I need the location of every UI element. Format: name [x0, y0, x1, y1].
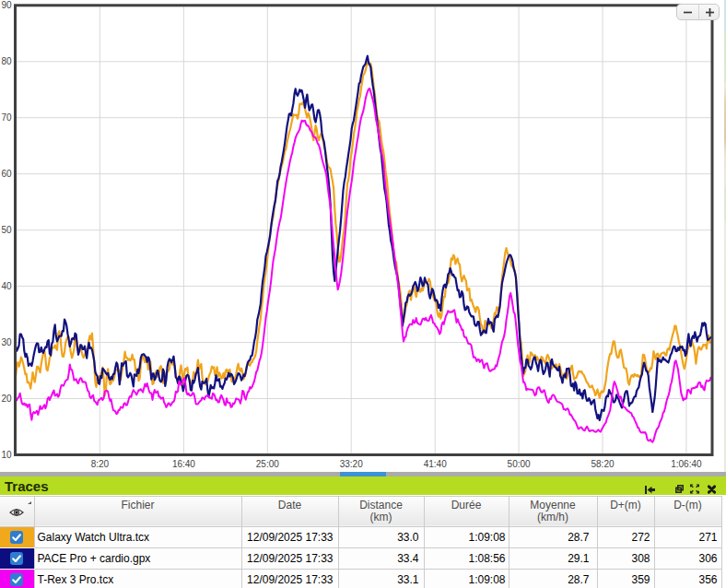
svg-text:90: 90 — [2, 0, 13, 10]
svg-text:70: 70 — [2, 112, 13, 123]
svg-text:16:40: 16:40 — [172, 459, 195, 469]
svg-text:20: 20 — [2, 394, 13, 404]
svg-text:50:00: 50:00 — [508, 459, 531, 469]
svg-text:50: 50 — [2, 225, 13, 235]
svg-text:1:06:40: 1:06:40 — [671, 459, 702, 469]
svg-text:25:00: 25:00 — [256, 459, 279, 469]
svg-text:30: 30 — [2, 337, 13, 347]
svg-text:41:40: 41:40 — [424, 459, 447, 469]
svg-text:33:20: 33:20 — [340, 459, 363, 469]
svg-text:8:20: 8:20 — [91, 459, 110, 469]
svg-text:10: 10 — [2, 450, 13, 460]
svg-text:58:20: 58:20 — [591, 459, 614, 469]
svg-text:60: 60 — [2, 169, 13, 179]
svg-text:40: 40 — [2, 281, 13, 291]
svg-text:80: 80 — [2, 56, 13, 66]
